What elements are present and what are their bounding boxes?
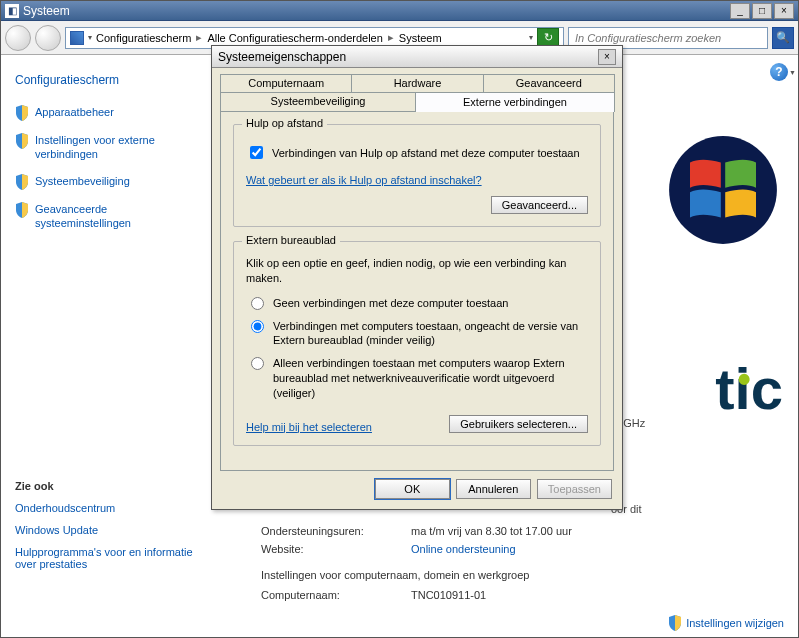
- see-also-action-center[interactable]: Onderhoudscentrum: [15, 502, 197, 514]
- tab-computer-name[interactable]: Computernaam: [220, 74, 352, 92]
- rd-option-any-radio[interactable]: [251, 320, 264, 333]
- remote-assistance-legend: Hulp op afstand: [242, 117, 327, 129]
- help-dropdown-icon[interactable]: ▼: [789, 69, 796, 76]
- system-properties-dialog: Systeemeigenschappen × Computernaam Hard…: [211, 45, 623, 510]
- search-button[interactable]: 🔍: [772, 27, 794, 49]
- shield-icon: [15, 105, 29, 121]
- rd-option-none-radio[interactable]: [251, 297, 264, 310]
- allow-remote-assistance-label: Verbindingen van Hulp op afstand met dez…: [272, 147, 580, 159]
- breadcrumb[interactable]: Configuratiescherm: [96, 32, 191, 44]
- apply-button: Toepassen: [537, 479, 612, 499]
- help-me-choose-link[interactable]: Help mij bij het selecteren: [246, 421, 372, 433]
- dialog-title: Systeemeigenschappen: [218, 50, 346, 64]
- support-hours-value: ma t/m vrij van 8.30 tot 17.00 uur: [411, 525, 572, 537]
- control-panel-home-link[interactable]: Configuratiescherm: [15, 73, 197, 87]
- search-input[interactable]: [569, 32, 767, 44]
- remote-desktop-description: Klik op een optie en geef, indien nodig,…: [246, 256, 588, 286]
- sidebar-item-label: Systeembeveiliging: [35, 174, 130, 188]
- breadcrumb[interactable]: Systeem: [399, 32, 442, 44]
- computer-name-section-heading: Instellingen voor computernaam, domein e…: [261, 569, 778, 581]
- tic-logo: ti•c: [715, 355, 783, 422]
- cancel-button[interactable]: Annuleren: [456, 479, 531, 499]
- dialog-titlebar: Systeemeigenschappen ×: [212, 46, 622, 68]
- see-also-performance[interactable]: Hulpprogramma's voor en informatie over …: [15, 546, 197, 570]
- control-panel-icon: [70, 31, 84, 45]
- remote-desktop-legend: Extern bureaublad: [242, 234, 340, 246]
- windows-logo: [668, 135, 778, 245]
- tab-advanced[interactable]: Geavanceerd: [483, 74, 615, 92]
- minimize-button[interactable]: _: [730, 3, 750, 19]
- shield-icon: [15, 174, 29, 190]
- shield-icon: [15, 202, 29, 218]
- tab-hardware[interactable]: Hardware: [351, 74, 483, 92]
- allow-remote-assistance-checkbox[interactable]: [250, 146, 263, 159]
- tab-remote[interactable]: Externe verbindingen: [415, 92, 615, 112]
- see-also-heading: Zie ook: [15, 480, 197, 492]
- rd-option-none-label: Geen verbindingen met deze computer toes…: [273, 296, 588, 311]
- select-users-button[interactable]: Gebruikers selecteren...: [449, 415, 588, 433]
- sidebar-task-device-manager[interactable]: Apparaatbeheer: [15, 105, 197, 121]
- rd-option-nla-radio[interactable]: [251, 357, 264, 370]
- sidebar-task-system-protection[interactable]: Systeembeveiliging: [15, 174, 197, 190]
- ok-button[interactable]: OK: [375, 479, 450, 499]
- system-icon: ◧: [5, 4, 19, 18]
- rd-option-nla-label: Alleen verbindingen toestaan met compute…: [273, 356, 588, 401]
- maximize-button[interactable]: □: [752, 3, 772, 19]
- sidebar-item-label: Apparaatbeheer: [35, 105, 114, 119]
- sidebar-task-advanced-settings[interactable]: Geavanceerde systeeminstellingen: [15, 202, 197, 231]
- titlebar: ◧ Systeem _ □ ×: [1, 1, 798, 21]
- remote-desktop-group: Extern bureaublad Klik op een optie en g…: [233, 241, 601, 446]
- dialog-close-button[interactable]: ×: [598, 49, 616, 65]
- remote-assistance-advanced-button[interactable]: Geavanceerd...: [491, 196, 588, 214]
- rd-option-any-label: Verbindingen met computers toestaan, ong…: [273, 319, 588, 349]
- computer-name-label: Computernaam:: [261, 589, 411, 601]
- system-window: ◧ Systeem _ □ × ▾ Configuratiescherm ▸ A…: [0, 0, 799, 638]
- back-button[interactable]: [5, 25, 31, 51]
- window-title: Systeem: [23, 4, 730, 18]
- sidebar-item-label: Instellingen voor externe verbindingen: [35, 133, 197, 162]
- sidebar-task-remote-settings[interactable]: Instellingen voor externe verbindingen: [15, 133, 197, 162]
- close-button[interactable]: ×: [774, 3, 794, 19]
- sidebar-item-label: Geavanceerde systeeminstellingen: [35, 202, 197, 231]
- online-support-link[interactable]: Online ondersteuning: [411, 543, 516, 555]
- computer-name-value: TNC010911-01: [411, 589, 486, 601]
- dialog-footer: OK Annuleren Toepassen: [212, 471, 622, 509]
- change-settings-link[interactable]: Instellingen wijzigen: [668, 615, 784, 631]
- support-hours-label: Ondersteuningsuren:: [261, 525, 411, 537]
- svg-point-0: [669, 136, 777, 244]
- breadcrumb[interactable]: Alle Configuratiescherm-onderdelen: [207, 32, 382, 44]
- forward-button[interactable]: [35, 25, 61, 51]
- website-label: Website:: [261, 543, 411, 555]
- see-also-windows-update[interactable]: Windows Update: [15, 524, 197, 536]
- shield-icon: [15, 133, 29, 149]
- sidebar: Configuratiescherm Apparaatbeheer Instel…: [1, 55, 211, 637]
- tab-panel-remote: Hulp op afstand Verbindingen van Hulp op…: [220, 111, 614, 471]
- remote-assistance-help-link[interactable]: Wat gebeurt er als ik Hulp op afstand in…: [246, 174, 588, 186]
- help-icon[interactable]: ?: [770, 63, 788, 81]
- tab-system-protection[interactable]: Systeembeveiliging: [220, 92, 416, 111]
- shield-icon: [668, 615, 682, 631]
- remote-assistance-group: Hulp op afstand Verbindingen van Hulp op…: [233, 124, 601, 227]
- system-info: Ondersteuningsuren: ma t/m vrij van 8.30…: [261, 525, 778, 607]
